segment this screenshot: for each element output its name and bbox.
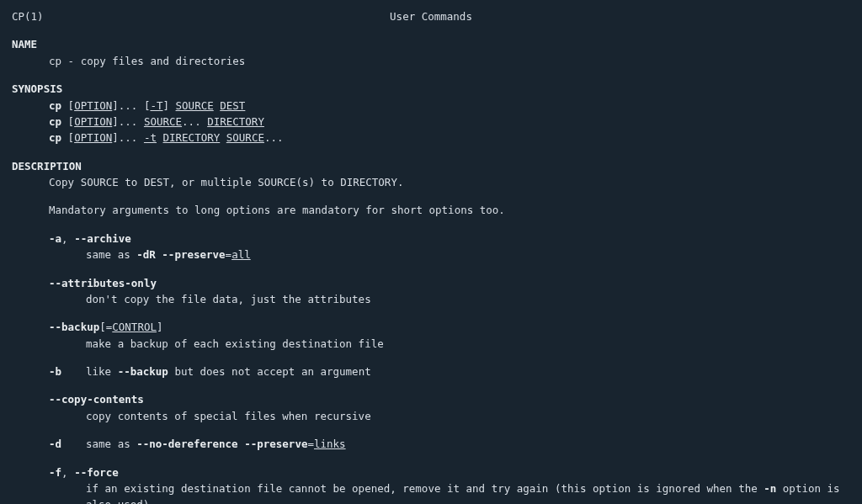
text-run: same as (86, 438, 136, 450)
section-name: NAME cp - copy files and directories (12, 36, 850, 69)
option-description: if an existing destination file cannot b… (12, 480, 850, 504)
option-block: --backup[=CONTROL]make a backup of each … (12, 319, 850, 352)
description-intro-2: Mandatory arguments to long options are … (12, 202, 850, 218)
option-line: -dsame as --no-dereference --preserve=li… (12, 436, 850, 452)
text-run: same as (86, 248, 136, 261)
text-run: but does not accept an argument (168, 365, 371, 378)
text-run: OPTION (74, 115, 112, 128)
text-run: --backup (49, 321, 99, 333)
text-run: -a (49, 232, 61, 245)
text-run: like (86, 365, 118, 378)
text-run: SOURCE (226, 131, 264, 144)
text-run: DIRECTORY (163, 131, 221, 144)
option-block: --copy-contentscopy contents of special … (12, 391, 850, 424)
text-run: SOURCE (144, 115, 182, 128)
option-term: -f, --force (12, 464, 850, 480)
text-run: ]... (112, 131, 144, 144)
text-run: [ (61, 115, 74, 128)
option-block: --attributes-onlydon't copy the file dat… (12, 275, 850, 308)
section-heading-name: NAME (12, 36, 850, 52)
text-run: -b (49, 365, 61, 378)
text-run: = (307, 438, 314, 450)
text-run: [ (61, 131, 74, 144)
text-run: --preserve (162, 248, 225, 261)
text-run: = (226, 248, 232, 261)
text-run: [= (99, 321, 112, 333)
name-text: cp - copy files and directories (12, 53, 850, 69)
man-page: CP(1) User Commands NAME cp - copy files… (0, 0, 862, 504)
option-description: like --backup but does not accept an arg… (86, 365, 371, 378)
text-run: make a backup of each existing destinati… (86, 337, 384, 350)
text-run: --copy-contents (49, 393, 144, 406)
option-term: -b (49, 363, 86, 379)
man-header: CP(1) User Commands (12, 8, 850, 24)
text-run: OPTION (74, 99, 112, 112)
text-run: DIRECTORY (207, 115, 264, 128)
option-term: --attributes-only (12, 275, 850, 291)
text-run: don't copy the file data, just the attri… (86, 293, 371, 305)
synopsis-line: cp [OPTION]... [-T] SOURCE DEST (12, 98, 850, 114)
text-run: ] (157, 321, 163, 333)
section-description: DESCRIPTION Copy SOURCE to DEST, or mult… (12, 158, 850, 504)
description-intro-1: Copy SOURCE to DEST, or multiple SOURCE(… (12, 174, 850, 190)
text-run (157, 131, 163, 144)
synopsis-command: cp (49, 99, 61, 112)
man-header-center: User Commands (0, 8, 862, 24)
text-run: -t (144, 131, 157, 144)
option-block: -blike --backup but does not accept an a… (12, 363, 850, 379)
synopsis-command: cp (49, 131, 61, 144)
text-run: -n (764, 482, 776, 495)
text-run: -dR (136, 248, 156, 261)
option-description: don't copy the file data, just the attri… (12, 291, 850, 307)
section-heading-description: DESCRIPTION (12, 158, 850, 174)
option-block: -a, --archivesame as -dR --preserve=all (12, 231, 850, 263)
synopsis-line: cp [OPTION]... -t DIRECTORY SOURCE... (12, 130, 850, 146)
option-block: -dsame as --no-dereference --preserve=li… (12, 436, 850, 452)
section-synopsis: SYNOPSIS cp [OPTION]... [-T] SOURCE DEST… (12, 81, 850, 146)
text-run: --no-dereference (136, 438, 237, 450)
text-run: SOURCE (176, 99, 214, 112)
text-run: DEST (220, 99, 245, 112)
option-term: --backup[=CONTROL] (12, 319, 850, 335)
text-run: ... (264, 131, 284, 144)
option-description: same as --no-dereference --preserve=link… (86, 438, 346, 450)
text-run: ] (163, 99, 176, 112)
option-description: same as -dR --preserve=all (12, 247, 850, 263)
text-run: --preserve (244, 438, 307, 450)
option-term: -d (49, 436, 86, 452)
text-run: CONTROL (112, 321, 157, 333)
text-run: all (231, 248, 251, 261)
option-term: -a, --archive (12, 231, 850, 247)
text-run: , (61, 232, 74, 245)
text-run: if an existing destination file cannot b… (86, 482, 764, 495)
synopsis-line: cp [OPTION]... SOURCE... DIRECTORY (12, 114, 850, 130)
text-run: -T (150, 99, 162, 112)
text-run: ]... [ (112, 99, 150, 112)
option-description: copy contents of special files when recu… (12, 408, 850, 424)
text-run: --archive (74, 232, 131, 245)
text-run: -f (49, 466, 61, 479)
text-run: -d (49, 438, 61, 450)
text-run: --attributes-only (49, 277, 157, 289)
man-header-left: CP(1) (12, 8, 44, 24)
text-run: links (314, 438, 346, 450)
option-block: -f, --forceif an existing destination fi… (12, 464, 850, 505)
option-line: -blike --backup but does not accept an a… (12, 363, 850, 379)
text-run: --force (74, 466, 119, 479)
option-description: make a backup of each existing destinati… (12, 336, 850, 352)
text-run: ]... (112, 115, 144, 128)
text-run: copy contents of special files when recu… (86, 410, 371, 422)
text-run: ... (182, 115, 207, 128)
text-run: --backup (118, 365, 168, 378)
text-run: OPTION (74, 131, 112, 144)
section-heading-synopsis: SYNOPSIS (12, 81, 850, 97)
option-term: --copy-contents (12, 391, 850, 407)
synopsis-command: cp (49, 115, 61, 128)
text-run (220, 131, 226, 144)
text-run: , (61, 466, 74, 479)
text-run: [ (61, 99, 74, 112)
